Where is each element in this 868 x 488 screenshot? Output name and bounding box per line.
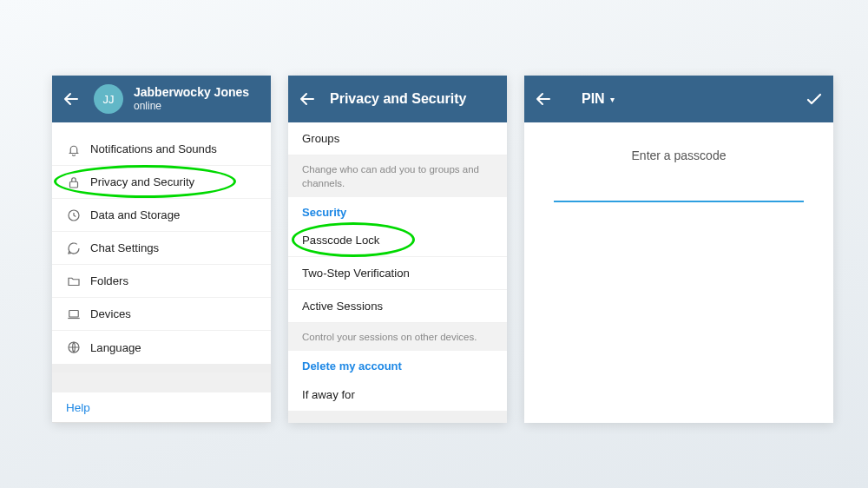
arrow-left-icon [61,89,82,109]
settings-item-label: Notifications and Sounds [90,142,217,155]
security-item-passcode[interactable]: Passcode Lock [288,224,507,257]
check-icon [804,89,825,109]
back-button[interactable] [533,89,554,109]
security-item-two-step[interactable]: Two-Step Verification [288,257,507,290]
clock-icon [66,208,90,223]
hint-text: Control your sessions on other devices. [288,323,507,351]
settings-item-privacy[interactable]: Privacy and Security [52,166,271,199]
settings-screen: JJ Jabberwocky Jones online Notification… [52,76,271,423]
help-button[interactable]: Help [52,392,271,423]
user-status: online [134,100,249,112]
item-label: Passcode Lock [302,234,379,247]
caret-down-icon: ▾ [610,95,615,104]
laptop-icon [66,307,90,322]
confirm-button[interactable] [804,89,825,109]
settings-section-cut [52,122,271,133]
chat-icon [66,241,90,256]
settings-item-notifications[interactable]: Notifications and Sounds [52,133,271,166]
separator [52,364,271,373]
svg-rect-0 [70,181,78,188]
header: PIN ▾ [524,76,833,122]
svg-rect-2 [69,310,79,317]
settings-item-label: Devices [90,307,131,320]
privacy-item-groups[interactable]: Groups [288,122,507,155]
user-name: Jabberwocky Jones [134,85,249,100]
section-delete-account: Delete my account [288,351,507,378]
hint-text: Change who can add you to groups and cha… [288,155,507,197]
header: Privacy and Security [288,76,507,122]
security-item-sessions[interactable]: Active Sessions [288,290,507,323]
delete-item-if-away[interactable]: If away for [288,378,507,411]
settings-item-devices[interactable]: Devices [52,298,271,331]
globe-icon [66,340,90,355]
settings-item-label: Language [90,341,141,354]
arrow-left-icon [533,89,554,109]
settings-item-folders[interactable]: Folders [52,265,271,298]
settings-list: Notifications and Sounds Privacy and Sec… [52,133,271,364]
settings-item-label: Folders [90,274,128,287]
passcode-screen: PIN ▾ Enter a passcode [524,76,833,423]
settings-item-label: Data and Storage [90,208,180,221]
settings-item-label: Chat Settings [90,241,159,254]
folder-icon [66,274,90,289]
settings-item-label: Privacy and Security [90,175,194,188]
header: JJ Jabberwocky Jones online [52,76,271,122]
section-security: Security [288,197,507,224]
passcode-type-dropdown[interactable]: PIN ▾ [582,91,615,107]
privacy-screen: Privacy and Security Groups Change who c… [288,76,507,423]
screen-title: Privacy and Security [330,91,466,107]
passcode-input[interactable] [554,178,804,202]
back-button[interactable] [61,89,82,109]
avatar[interactable]: JJ [94,84,123,114]
settings-item-language[interactable]: Language [52,331,271,364]
lock-icon [66,175,90,190]
bell-icon [66,142,90,157]
user-block: Jabberwocky Jones online [134,85,249,112]
arrow-left-icon [297,89,318,109]
settings-item-chat[interactable]: Chat Settings [52,232,271,265]
settings-item-data[interactable]: Data and Storage [52,199,271,232]
back-button[interactable] [297,89,318,109]
passcode-type-label: PIN [582,91,605,107]
passcode-instruction: Enter a passcode [545,143,812,178]
